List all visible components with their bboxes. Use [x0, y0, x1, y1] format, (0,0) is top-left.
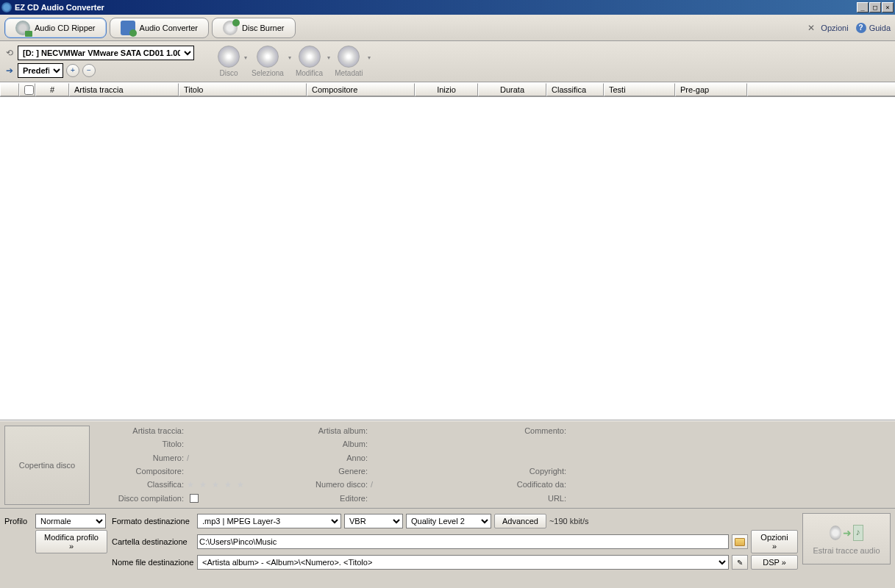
col-number[interactable]: # [35, 83, 69, 96]
col-title[interactable]: Titolo [179, 83, 307, 96]
col-blank[interactable] [0, 83, 19, 96]
col-rating[interactable]: Classifica [546, 83, 604, 96]
value-number: / [187, 453, 282, 462]
label-genre: Genere: [282, 467, 371, 476]
bitrate-label: ~190 kbit/s [549, 517, 589, 526]
label-profile: Profilo [4, 517, 32, 526]
toolbar: ⟲ [D: ] NECVMWar VMware SATA CD01 1.00 ➔… [0, 41, 895, 82]
col-artist[interactable]: Artista traccia [69, 83, 179, 96]
col-composer[interactable]: Compositore [307, 83, 415, 96]
arrow-icon: ➔ [4, 65, 15, 76]
help-link[interactable]: ? Guida [856, 23, 891, 33]
preset-remove-button[interactable]: − [82, 64, 96, 77]
tab-label: Audio CD Ripper [35, 24, 96, 32]
disc-icon [257, 46, 279, 68]
metadata-menu-button[interactable]: ▾ Metadati [330, 44, 367, 79]
track-list[interactable] [0, 97, 895, 420]
browse-folder-button[interactable] [732, 534, 748, 549]
edit-icon: ✎ [737, 559, 743, 567]
drive-select[interactable]: [D: ] NECVMWar VMware SATA CD01 1.00 [18, 46, 194, 60]
edit-pattern-button[interactable]: ✎ [732, 555, 748, 570]
gear-icon: ✕ [807, 23, 818, 33]
tab-audio-converter[interactable]: Audio Converter [110, 18, 210, 38]
label-compilation: Disco compilation: [96, 494, 187, 503]
dsp-button[interactable]: DSP » [751, 555, 798, 570]
label-dest-file: Nome file destinazione [112, 558, 194, 567]
rating-stars[interactable]: ★ ★ ★ ★ ★ [187, 480, 282, 490]
tab-label: Disc Burner [242, 24, 284, 32]
burner-icon [223, 21, 238, 35]
help-icon: ? [856, 23, 866, 33]
preset-select[interactable]: Predefinita [18, 63, 63, 78]
album-cover[interactable]: Copertina disco [4, 426, 90, 505]
disc-icon [218, 46, 240, 68]
advanced-button[interactable]: Advanced [494, 514, 546, 528]
preset-add-button[interactable]: + [66, 64, 79, 77]
app-title: EZ CD Audio Converter [15, 3, 857, 12]
value-disc-num: / [371, 480, 466, 489]
mode-select[interactable]: VBR [344, 514, 403, 528]
options-link[interactable]: ✕ Opzioni [807, 23, 848, 33]
options-label: Opzioni [821, 24, 848, 32]
folder-icon [735, 538, 745, 546]
minimize-button[interactable]: _ [857, 2, 869, 12]
extract-tracks-button[interactable]: ➜ Estrai tracce audio [802, 513, 891, 564]
tab-audio-cd-ripper[interactable]: Audio CD Ripper [4, 18, 107, 38]
help-label: Guida [869, 24, 891, 32]
select-menu-button[interactable]: ▾ Seleziona [247, 44, 288, 79]
label-disc-num: Numero disco: [282, 480, 371, 489]
chevron-down-icon: ▾ [368, 54, 371, 61]
col-start[interactable]: Inizio [415, 83, 478, 96]
label-album-artist: Artista album: [282, 426, 371, 435]
track-list-header: # Artista traccia Titolo Compositore Ini… [0, 82, 895, 97]
label-rating: Classifica: [96, 480, 187, 489]
bottom-controls: Profilo Normale Modifica profilo » Forma… [0, 509, 895, 575]
label-comment: Commento: [466, 426, 569, 435]
col-lyrics[interactable]: Testi [604, 83, 675, 96]
tab-label: Audio Converter [140, 24, 199, 32]
label-year: Anno: [282, 453, 371, 462]
disc-menu-button[interactable]: ▾ Disco [213, 44, 244, 79]
disc-icon [299, 46, 321, 68]
disc-icon [338, 46, 360, 68]
label-editor: Editore: [282, 494, 371, 503]
col-spacer [747, 83, 895, 96]
col-pregap[interactable]: Pre-gap [675, 83, 747, 96]
label-encoded: Codificato da: [466, 480, 569, 489]
modify-profile-button[interactable]: Modifica profilo » [35, 530, 107, 553]
label-copyright: Copyright: [466, 467, 569, 476]
label-number: Numero: [96, 453, 187, 462]
format-select[interactable]: .mp3 | MPEG Layer-3 [197, 514, 341, 528]
options-button[interactable]: Opzioni » [751, 530, 798, 553]
label-title: Titolo: [96, 440, 187, 448]
label-composer: Compositore: [96, 467, 187, 476]
folder-input[interactable] [197, 534, 729, 549]
label-url: URL: [466, 494, 569, 503]
col-duration[interactable]: Durata [478, 83, 546, 96]
tab-disc-burner[interactable]: Disc Burner [212, 18, 295, 38]
main-tabs: Audio CD Ripper Audio Converter Disc Bur… [0, 15, 895, 41]
quality-select[interactable]: Quality Level 2 [406, 514, 491, 528]
converter-icon [121, 21, 135, 35]
app-icon [1, 2, 12, 12]
metadata-panel: Copertina disco Artista traccia: Titolo:… [0, 420, 895, 509]
file-pattern-select[interactable]: <Artista album> - <Album>\<Numero>. <Tit… [197, 555, 729, 570]
cd-ripper-icon [15, 21, 30, 35]
col-checkbox[interactable] [19, 83, 35, 96]
label-track-artist: Artista traccia: [96, 426, 187, 435]
extract-icon: ➜ [830, 523, 863, 543]
label-dest-folder: Cartella destinazione [112, 537, 194, 546]
titlebar: EZ CD Audio Converter _ □ × [0, 0, 895, 15]
maximize-button[interactable]: □ [869, 2, 881, 12]
edit-menu-button[interactable]: ▾ Modifica [291, 44, 327, 79]
profile-select[interactable]: Normale [35, 514, 106, 528]
select-all-checkbox[interactable] [24, 85, 34, 95]
label-dest-format: Formato destinazione [112, 517, 194, 526]
refresh-icon[interactable]: ⟲ [4, 48, 15, 58]
close-button[interactable]: × [882, 2, 894, 12]
label-album: Album: [282, 440, 371, 448]
compilation-checkbox[interactable] [190, 494, 199, 503]
